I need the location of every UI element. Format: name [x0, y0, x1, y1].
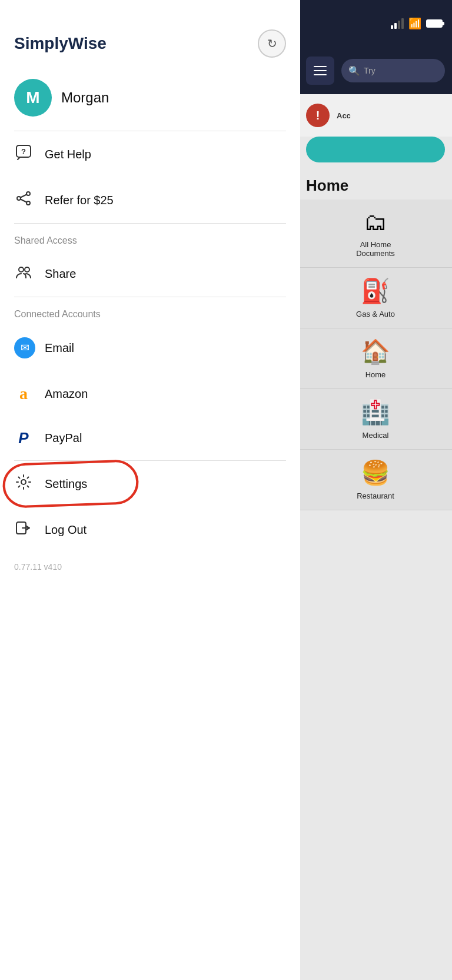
settings-label: Settings: [45, 477, 87, 491]
paypal-icon: P: [14, 429, 33, 447]
gas-auto-label: Gas & Auto: [356, 310, 395, 318]
share-icon: [14, 190, 33, 210]
alert-icon: !: [306, 104, 330, 127]
teal-action-button[interactable]: [306, 137, 445, 162]
all-home-documents-label: All HomeDocuments: [356, 240, 395, 258]
drawer-header: SimplyWise ↻: [0, 0, 300, 69]
signal-icon: [391, 18, 404, 29]
svg-point-7: [19, 267, 24, 272]
logout-label: Log Out: [45, 523, 87, 537]
app-title: SimplyWise: [14, 34, 107, 53]
menu-item-logout[interactable]: Log Out: [0, 507, 300, 553]
search-icon: 🔍: [348, 65, 360, 77]
amazon-label: Amazon: [45, 387, 88, 401]
category-restaurant[interactable]: 🍔 Restaurant: [299, 450, 452, 510]
email-icon: ✉: [14, 337, 33, 358]
refresh-button[interactable]: ↻: [258, 29, 286, 58]
all-home-documents-icon: 🗂: [364, 209, 387, 235]
paypal-label: PayPal: [45, 431, 82, 445]
hamburger-button[interactable]: [306, 57, 334, 85]
menu-item-settings[interactable]: Settings: [0, 461, 300, 507]
user-name: Morgan: [61, 89, 109, 106]
hamburger-line: [314, 74, 327, 75]
svg-line-6: [21, 200, 26, 202]
svg-point-9: [21, 480, 26, 484]
search-placeholder: Try: [364, 66, 375, 75]
alert-banner: ! Acc: [299, 94, 452, 137]
menu-item-get-help[interactable]: ? Get Help: [0, 131, 300, 177]
right-toolbar: 🔍 Try: [299, 47, 452, 94]
menu-item-paypal[interactable]: P PayPal: [0, 416, 300, 460]
avatar: M: [14, 79, 52, 117]
category-medical[interactable]: 🏥 Medical: [299, 389, 452, 450]
status-bar: 📶: [299, 0, 452, 47]
category-home[interactable]: 🏠 Home: [299, 328, 452, 389]
home-label: Home: [365, 370, 386, 379]
category-all-home-documents[interactable]: 🗂 All HomeDocuments: [299, 200, 452, 268]
wifi-icon: 📶: [408, 17, 421, 30]
medical-label: Medical: [363, 431, 389, 440]
menu-item-refer[interactable]: Refer for $25: [0, 177, 300, 223]
search-bar[interactable]: 🔍 Try: [341, 59, 445, 82]
right-panel: 📶 🔍 Try ! Acc Home 🗂 All HomeDocuments ⛽…: [299, 0, 452, 980]
gear-icon: [14, 474, 33, 494]
hamburger-line: [314, 66, 327, 67]
refer-label: Refer for $25: [45, 194, 114, 207]
svg-line-5: [21, 195, 26, 198]
medical-icon: 🏥: [361, 398, 390, 426]
logout-icon: [14, 520, 33, 540]
restaurant-label: Restaurant: [357, 491, 394, 500]
home-icon: 🏠: [361, 338, 390, 366]
svg-point-2: [26, 192, 30, 195]
home-heading: Home: [299, 170, 452, 200]
restaurant-icon: 🍔: [361, 459, 390, 487]
svg-point-4: [26, 201, 30, 205]
menu-item-share[interactable]: Share: [0, 251, 300, 297]
gas-auto-icon: ⛽: [361, 277, 390, 305]
user-profile[interactable]: M Morgan: [0, 69, 300, 131]
svg-point-8: [25, 267, 29, 272]
connected-accounts-heading: Connected Accounts: [0, 297, 300, 324]
avatar-initial: M: [26, 88, 39, 107]
amazon-icon: a: [14, 384, 33, 403]
people-icon: [14, 264, 33, 284]
hamburger-line: [314, 70, 327, 71]
help-icon: ?: [14, 144, 33, 164]
get-help-label: Get Help: [45, 148, 91, 161]
svg-point-3: [17, 197, 21, 200]
menu-item-amazon[interactable]: a Amazon: [0, 371, 300, 416]
version-text: 0.77.11 v410: [0, 553, 300, 581]
svg-text:?: ?: [21, 147, 26, 156]
battery-icon: [426, 19, 443, 28]
shared-access-heading: Shared Access: [0, 224, 300, 251]
email-label: Email: [45, 341, 74, 355]
category-gas-auto[interactable]: ⛽ Gas & Auto: [299, 268, 452, 328]
share-label: Share: [45, 267, 76, 281]
alert-text: Acc: [337, 111, 351, 120]
menu-item-email[interactable]: ✉ Email: [0, 324, 300, 371]
drawer-panel: SimplyWise ↻ M Morgan ? Get Help: [0, 0, 300, 980]
